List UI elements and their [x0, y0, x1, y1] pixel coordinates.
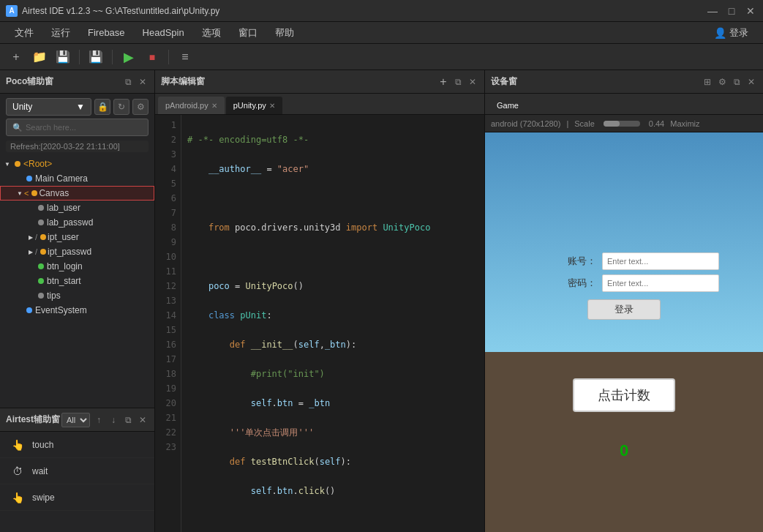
poco-search-input[interactable]: [26, 123, 142, 132]
airtest-wait[interactable]: ⏱ wait: [0, 458, 154, 484]
device-header: 设备窗 ⊞ ⚙ ⧉ ✕: [485, 70, 763, 94]
tree-dot-root: [15, 161, 20, 167]
airtest-touch[interactable]: 👆 touch: [0, 432, 154, 458]
tree-item-canvas[interactable]: ▼ < Canvas: [0, 186, 154, 201]
tree-item-event-system[interactable]: EventSystem: [0, 303, 154, 318]
menu-firebase[interactable]: Firebase: [79, 24, 134, 41]
menu-headspin[interactable]: HeadSpin: [134, 24, 193, 41]
scale-slider[interactable]: [604, 121, 640, 127]
poco-float-button[interactable]: ⧉: [122, 76, 134, 88]
device-panel-controls: ⊞ ⚙ ⧉ ✕: [702, 76, 757, 88]
code-content[interactable]: # -*- encoding=utf8 -*- __author__ = "ac…: [181, 115, 484, 532]
code-area[interactable]: 12345 678910 1112131415 1617181920 21222…: [155, 115, 484, 532]
username-label: 账号：: [567, 255, 596, 268]
tree-item-lab-user[interactable]: lab_user: [0, 201, 154, 215]
device-float-button[interactable]: ⧉: [731, 76, 743, 88]
device-layout-icon[interactable]: ⊞: [702, 76, 713, 88]
airtest-close-button[interactable]: ✕: [137, 414, 149, 426]
editor-tabs: pAndroid.py ✕ pUnity.py ✕: [155, 94, 484, 115]
ipt-passwd-slash-icon: /: [35, 247, 37, 256]
tree-arrow-canvas: ▼: [15, 190, 24, 197]
device-screen: 账号： 密码： 登录 点击计数 0: [485, 132, 763, 532]
dropdown-arrow-icon: ▼: [76, 102, 85, 112]
tree-item-tips[interactable]: tips: [0, 288, 154, 303]
run-button[interactable]: ▶: [119, 47, 139, 67]
device-settings-icon[interactable]: ⚙: [716, 76, 728, 88]
tree-item-lab-passwd[interactable]: lab_passwd: [0, 215, 154, 230]
menu-help[interactable]: 帮助: [266, 23, 303, 42]
line-numbers: 12345 678910 1112131415 1617181920 21222…: [155, 115, 181, 532]
game-tab[interactable]: Game: [488, 97, 527, 114]
menu-run[interactable]: 运行: [42, 23, 79, 42]
tab-pandroid[interactable]: pAndroid.py ✕: [158, 97, 225, 114]
tree-item-ipt-passwd[interactable]: ▶ / ipt_passwd: [0, 244, 154, 259]
password-row: 密码：: [529, 274, 719, 292]
editor-float-button[interactable]: ⧉: [452, 76, 464, 88]
device-tabs: Game: [485, 94, 763, 115]
tree-label-camera: Main Camera: [35, 173, 88, 184]
settings-icon[interactable]: ⚙: [132, 99, 149, 115]
tree-dot-tips: [38, 293, 44, 299]
game-tab-label: Game: [497, 101, 519, 110]
menu-button[interactable]: ≡: [175, 47, 195, 67]
editor-title: 脚本编辑窗: [161, 75, 205, 88]
poco-tree[interactable]: ▼ <Root> Main Camera ▼ < Canvas l: [0, 155, 154, 408]
title-text: Airtest IDE v1.2.3 ~~ G:\ATest\untitled.…: [22, 6, 706, 16]
device-close-button[interactable]: ✕: [745, 76, 757, 88]
editor-header: 脚本编辑窗 + ⧉ ✕: [155, 70, 484, 94]
maximize-button[interactable]: □: [725, 4, 738, 18]
airtest-export-icon[interactable]: ↑: [93, 414, 105, 426]
center-panel: 脚本编辑窗 + ⧉ ✕ pAndroid.py ✕ pUnity.py ✕: [155, 70, 485, 532]
wait-icon: ⏱: [9, 462, 26, 480]
airtest-swipe[interactable]: 👆 swipe: [0, 484, 154, 511]
airtest-dropdown[interactable]: All: [61, 413, 90, 427]
tab-punity[interactable]: pUnity.py ✕: [226, 97, 282, 114]
poco-search-box: 🔍: [6, 119, 149, 136]
counter-button[interactable]: 点击计数: [573, 378, 675, 412]
tab-punity-close[interactable]: ✕: [269, 102, 275, 110]
username-input[interactable]: [602, 252, 719, 270]
open-button[interactable]: 📁: [29, 47, 50, 67]
menu-options[interactable]: 选项: [193, 23, 230, 42]
save-button[interactable]: 💾: [53, 47, 73, 67]
main-layout: Poco辅助窗 ⧉ ✕ Unity ▼ 🔒 ↻ ⚙ 🔍 Refresh:[202…: [0, 70, 763, 532]
tab-pandroid-close[interactable]: ✕: [211, 102, 217, 110]
close-button[interactable]: ✕: [744, 4, 757, 18]
tree-dot-camera: [26, 176, 32, 181]
password-input[interactable]: [602, 274, 719, 292]
menu-file[interactable]: 文件: [6, 23, 42, 42]
tree-item-btn-start[interactable]: btn_start: [0, 274, 154, 288]
airtest-float-button[interactable]: ⧉: [122, 414, 134, 426]
save-as-button[interactable]: 💾: [86, 47, 106, 67]
login-button[interactable]: 👤登录: [705, 23, 757, 42]
app-icon: A: [6, 5, 18, 17]
stop-button[interactable]: ■: [142, 47, 162, 67]
window-controls: — □ ✕: [706, 4, 757, 18]
airtest-wait-label: wait: [32, 466, 48, 476]
tree-dot-btn-start: [38, 278, 44, 284]
editor-close-button[interactable]: ✕: [467, 76, 478, 88]
tree-label-tips: tips: [47, 291, 61, 301]
tree-dot-event-system: [26, 307, 32, 313]
tree-item-main-camera[interactable]: Main Camera: [0, 171, 154, 186]
tree-item-root[interactable]: ▼ <Root>: [0, 157, 154, 171]
poco-panel-header: Poco辅助窗 ⧉ ✕: [0, 70, 154, 94]
unity-dropdown[interactable]: Unity ▼: [6, 98, 91, 116]
new-button[interactable]: +: [6, 47, 26, 67]
tree-item-btn-login[interactable]: btn_login: [0, 259, 154, 274]
refresh-icon[interactable]: ↻: [113, 99, 129, 115]
lock-icon[interactable]: 🔒: [94, 99, 110, 115]
tree-dot-ipt-user: [40, 234, 46, 240]
script-editor: 脚本编辑窗 + ⧉ ✕ pAndroid.py ✕ pUnity.py ✕: [155, 70, 484, 532]
airtest-swipe-label: swipe: [32, 492, 55, 503]
menu-window[interactable]: 窗口: [230, 23, 266, 42]
tree-item-ipt-user[interactable]: ▶ / ipt_user: [0, 230, 154, 244]
minimize-button[interactable]: —: [706, 4, 719, 18]
tab-punity-label: pUnity.py: [233, 101, 266, 110]
poco-close-button[interactable]: ✕: [137, 76, 149, 88]
tree-label-btn-start: btn_start: [47, 276, 81, 286]
airtest-panel-header: Airtest辅助窗 All ↑ ↓ ⧉ ✕: [0, 408, 154, 432]
editor-add-tab-button[interactable]: +: [437, 76, 449, 88]
login-submit-button[interactable]: 登录: [587, 299, 661, 320]
airtest-import-icon[interactable]: ↓: [108, 414, 119, 426]
